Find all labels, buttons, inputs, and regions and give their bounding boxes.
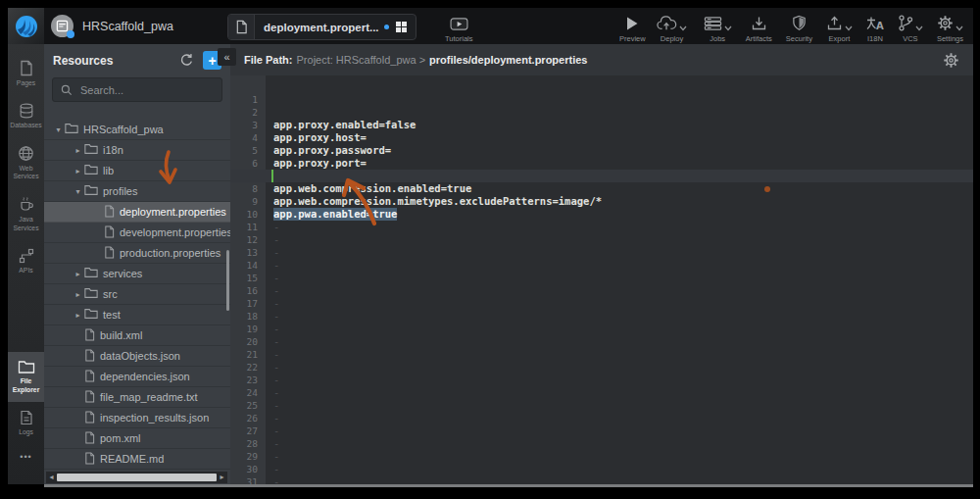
caret-expanded-icon[interactable]: ▾ [72, 187, 84, 196]
collapse-panel-button[interactable]: « [218, 48, 236, 66]
chevron-down-icon [679, 25, 687, 31]
caret-expanded-icon[interactable]: ▾ [52, 125, 65, 134]
topbar-action-security[interactable]: Security [786, 15, 812, 43]
tree-item-label: file_map_readme.txt [100, 391, 198, 403]
grid-icon[interactable] [396, 22, 408, 33]
code-line-22[interactable]: 22 - [230, 348, 973, 361]
code-line-21[interactable]: 21 - [230, 335, 973, 348]
code-line-32[interactable]: 32 - [230, 475, 973, 484]
caret-collapsed-icon[interactable]: ▸ [72, 167, 84, 175]
code-line-4[interactable]: 4 app.proxy.port= [230, 119, 973, 131]
code-line-5[interactable]: 5 app.proxy.username= [230, 131, 973, 144]
code-line-31[interactable]: 31 - [230, 463, 973, 475]
app-logo[interactable] [8, 8, 44, 44]
tree-horizontal-scrollbar[interactable]: ◂ ▸ [46, 472, 227, 483]
tree-item-src[interactable]: ▸ src [44, 284, 230, 305]
tree-item-readme-md[interactable]: README.md [44, 449, 230, 470]
tree-item-dataobjects-json[interactable]: dataObjects.json [44, 346, 230, 367]
code-line-16[interactable]: 16 - [230, 272, 973, 284]
deploy-cloud-icon [657, 16, 677, 31]
rail-item-apis[interactable]: APIs [8, 240, 44, 282]
topbar-action-vcs[interactable]: VCS [898, 15, 923, 43]
caret-collapsed-icon[interactable]: ▸ [72, 270, 84, 278]
refresh-icon[interactable] [179, 53, 194, 68]
tree-item-label: production.properties [120, 247, 220, 259]
tab-deployment-properties[interactable]: deployment.propert... [255, 15, 416, 39]
preview-button[interactable]: Preview [619, 15, 646, 43]
code-line-27[interactable]: 27 - [230, 412, 973, 424]
rail-item-java-services[interactable]: JavaServices [8, 188, 44, 240]
file-path-bar: File Path: Project: HRScaffold_pwa > pro… [230, 44, 973, 75]
code-line-14[interactable]: 14 - [230, 246, 973, 259]
rail-item-pages[interactable]: Pages [8, 52, 44, 95]
code-line-28[interactable]: 28 - [230, 424, 973, 437]
tree-item-test[interactable]: ▸ test [44, 305, 230, 325]
topbar-action-jobs[interactable]: Jobs [704, 15, 732, 43]
tree-item-services[interactable]: ▸ services [44, 264, 230, 284]
scroll-right-icon[interactable]: ▸ [218, 474, 226, 481]
topbar-action-artifacts[interactable]: Artifacts [746, 15, 772, 43]
code-line-15[interactable]: 15 - [230, 259, 973, 272]
more-options-button[interactable]: ••• [8, 452, 44, 462]
tree-item-inspection-results-json[interactable]: inspection_results.json [44, 408, 230, 428]
tree-item-dependencies-json[interactable]: dependencies.json [44, 367, 230, 387]
code-line-13[interactable]: 13 - [230, 233, 973, 246]
tree-item-pom-xml[interactable]: pom.xml [44, 428, 230, 449]
tree-item-label: deployment.properties [120, 206, 226, 218]
code-line-17[interactable]: 17 - [230, 284, 973, 297]
code-line-7[interactable]: 7 app.web.compression.mimetypes.excludeP… [230, 157, 973, 170]
tree-item-ui-build-js[interactable]: ui-build.js [44, 470, 230, 471]
tree-item-development-properties[interactable]: development.properties [44, 223, 230, 243]
code-line-25[interactable]: 25 - [230, 386, 973, 399]
tree-vertical-scrollbar[interactable] [226, 250, 229, 311]
code-line-29[interactable]: 29 - [230, 437, 973, 450]
code-line-2[interactable]: 2 app.proxy.host= [230, 93, 973, 106]
rail-top-group: Pages Databases WebServices JavaServices… [8, 52, 44, 282]
scroll-left-icon[interactable]: ◂ [47, 474, 56, 481]
code-line-18[interactable]: 18 - [230, 297, 973, 310]
tree-item-file-map-readme-txt[interactable]: file_map_readme.txt [44, 387, 230, 408]
rail-item-logs[interactable]: Logs [8, 402, 44, 444]
tree-item-build-xml[interactable]: build.xml [44, 325, 230, 346]
topbar-action-settings[interactable]: Settings [937, 15, 963, 43]
tree-item-label: i18n [103, 144, 123, 156]
rail-item-databases[interactable]: Databases [8, 95, 44, 137]
code-line-24[interactable]: 24 - [230, 374, 973, 386]
rail-item-file-explorer[interactable]: FileExplorer [8, 352, 44, 402]
tree-item-label: dependencies.json [100, 371, 190, 382]
code-line-30[interactable]: 30 - [230, 450, 973, 463]
project-switcher[interactable]: HRScaffold_pwa [51, 8, 173, 44]
tree-item-production-properties[interactable]: production.properties [44, 243, 230, 264]
rail-item-label: JavaServices [13, 216, 38, 233]
tree-item-deployment-properties[interactable]: deployment.properties [44, 202, 230, 223]
tree-item-hrscaffold-pwa[interactable]: ▾ HRScaffold_pwa [44, 120, 230, 140]
code-line-23[interactable]: 23 - [230, 361, 973, 374]
tree-item-label: inspection_results.json [100, 412, 209, 424]
deploy-button[interactable]: Deploy [657, 15, 687, 43]
topbar-action-label: Export [829, 34, 851, 43]
rail-item-web-services[interactable]: WebServices [8, 137, 44, 189]
code-line-19[interactable]: 19 - [230, 310, 973, 323]
topbar-action-label: Jobs [710, 34, 725, 43]
tree-item-lib[interactable]: ▸ lib [44, 161, 230, 181]
code-line-26[interactable]: 26 - [230, 399, 973, 412]
code-line-1[interactable]: 1 app.proxy.enabled=false [230, 80, 973, 93]
tree-item-profiles[interactable]: ▾ profiles [44, 181, 230, 202]
tree-item-i18n[interactable]: ▸ i18n [44, 140, 230, 161]
topbar-action-i18n[interactable]: A I18N [866, 15, 884, 43]
caret-collapsed-icon[interactable]: ▸ [72, 290, 84, 299]
caret-collapsed-icon[interactable]: ▸ [72, 311, 84, 320]
folder-icon [84, 184, 98, 196]
file-icon [84, 349, 95, 362]
code-line-3[interactable]: 3 app.proxy.password= [230, 106, 973, 119]
topbar-action-export[interactable]: Export [826, 15, 853, 43]
code-line-6[interactable]: 6 app.web.compression.enabled=true [230, 144, 973, 157]
tutorials-button[interactable]: Tutorials [445, 15, 472, 43]
caret-collapsed-icon[interactable]: ▸ [72, 146, 84, 155]
code-editor[interactable]: 1 app.proxy.enabled=false 2 app.proxy.ho… [230, 75, 973, 484]
vcs-icon [898, 15, 913, 31]
editor-settings-gear-icon[interactable] [943, 52, 959, 69]
code-line-20[interactable]: 20 - [230, 323, 973, 335]
scrollbar-thumb[interactable] [57, 474, 217, 481]
search-input[interactable] [78, 83, 214, 97]
